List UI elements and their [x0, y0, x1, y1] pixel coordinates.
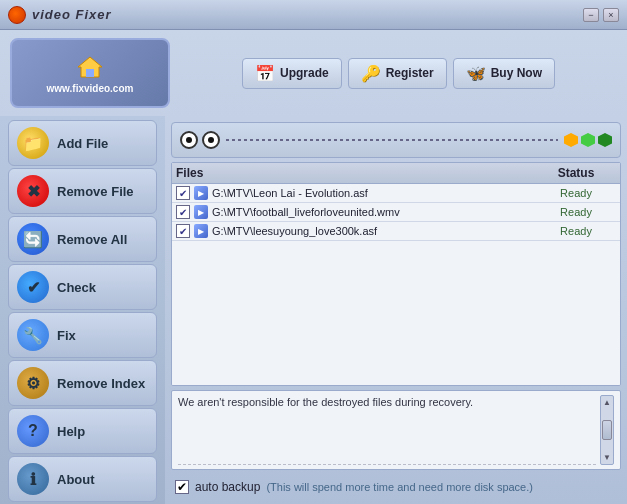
checkbox-check: ✔ [177, 480, 187, 494]
register-icon: 🔑 [361, 64, 381, 83]
upgrade-button[interactable]: 📅 Upgrade [242, 58, 342, 89]
remove-index-icon: ⚙ [17, 367, 49, 399]
main-window: www.fixvideo.com 📅 Upgrade 🔑 Register 🦋 … [0, 30, 627, 504]
table-row[interactable]: ✔ ▶ G:\MTV\football_liveforloveunited.wm… [172, 203, 620, 222]
buynow-label: Buy Now [491, 66, 542, 80]
top-area: www.fixvideo.com 📅 Upgrade 🔑 Register 🦋 … [0, 30, 627, 116]
progress-bar [226, 139, 558, 141]
minimize-button[interactable]: − [583, 8, 599, 22]
remove-file-label: Remove File [57, 184, 134, 199]
logo-url: www.fixvideo.com [47, 83, 134, 94]
hex-orange [564, 133, 578, 147]
check-button[interactable]: ✔ Check [8, 264, 157, 310]
about-label: About [57, 472, 95, 487]
title-controls: − × [583, 8, 619, 22]
check-label: Check [57, 280, 96, 295]
status-2: Ready [536, 225, 616, 237]
remove-all-button[interactable]: 🔄 Remove All [8, 216, 157, 262]
home-icon [76, 53, 104, 81]
right-eye [202, 131, 220, 149]
filename-0: G:\MTV\Leon Lai - Evolution.asf [212, 187, 536, 199]
eye-area [171, 122, 621, 158]
help-label: Help [57, 424, 85, 439]
row-checkbox-2[interactable]: ✔ [176, 224, 190, 238]
file-icon-0: ▶ [194, 186, 208, 200]
remove-file-button[interactable]: ✖ Remove File [8, 168, 157, 214]
app-title: video Fixer [32, 7, 112, 22]
sidebar: 📁 Add File ✖ Remove File 🔄 Remove All ✔ … [0, 116, 165, 504]
file-icon-2: ▶ [194, 224, 208, 238]
add-file-label: Add File [57, 136, 108, 151]
help-icon: ? [17, 415, 49, 447]
scroll-down-arrow[interactable]: ▼ [603, 453, 611, 462]
right-pupil [208, 137, 214, 143]
remove-all-label: Remove All [57, 232, 127, 247]
auto-backup-label: auto backup [195, 480, 260, 494]
hex-green [581, 133, 595, 147]
wrench-icon: 🔧 [17, 319, 49, 351]
auto-backup-note: (This will spend more time and need more… [266, 481, 533, 493]
checkmark-2: ✔ [179, 226, 187, 237]
close-button[interactable]: × [603, 8, 619, 22]
remove-index-button[interactable]: ⚙ Remove Index [8, 360, 157, 406]
upgrade-label: Upgrade [280, 66, 329, 80]
about-icon: ℹ [17, 463, 49, 495]
info-text: We aren't responsible for the destroyed … [178, 395, 596, 465]
register-button[interactable]: 🔑 Register [348, 58, 447, 89]
table-row[interactable]: ✔ ▶ G:\MTV\leesuyoung_love300k.asf Ready [172, 222, 620, 241]
checkmark-1: ✔ [179, 207, 187, 218]
file-icon-1: ▶ [194, 205, 208, 219]
app-icon [8, 6, 26, 24]
add-file-button[interactable]: 📁 Add File [8, 120, 157, 166]
about-button[interactable]: ℹ About [8, 456, 157, 502]
eyes-decoration [180, 131, 220, 149]
row-checkbox-0[interactable]: ✔ [176, 186, 190, 200]
title-bar: video Fixer − × [0, 0, 627, 30]
filename-1: G:\MTV\football_liveforloveunited.wmv [212, 206, 536, 218]
left-pupil [186, 137, 192, 143]
content-area: 📁 Add File ✖ Remove File 🔄 Remove All ✔ … [0, 116, 627, 504]
table-header: Files Status [172, 163, 620, 184]
table-row[interactable]: ✔ ▶ G:\MTV\Leon Lai - Evolution.asf Read… [172, 184, 620, 203]
folder-icon: 📁 [17, 127, 49, 159]
scroll-thumb[interactable] [602, 420, 612, 440]
scroll-up-arrow[interactable]: ▲ [603, 398, 611, 407]
auto-backup-checkbox[interactable]: ✔ [175, 480, 189, 494]
fix-button[interactable]: 🔧 Fix [8, 312, 157, 358]
check-icon: ✔ [17, 271, 49, 303]
left-eye [180, 131, 198, 149]
buynow-button[interactable]: 🦋 Buy Now [453, 58, 555, 89]
upgrade-icon: 📅 [255, 64, 275, 83]
hex-decorations [564, 133, 612, 147]
checkmark-0: ✔ [179, 188, 187, 199]
filename-2: G:\MTV\leesuyoung_love300k.asf [212, 225, 536, 237]
info-box: We aren't responsible for the destroyed … [171, 390, 621, 470]
register-label: Register [386, 66, 434, 80]
remove-file-icon: ✖ [17, 175, 49, 207]
remove-all-icon: 🔄 [17, 223, 49, 255]
status-1: Ready [536, 206, 616, 218]
hex-darkgreen [598, 133, 612, 147]
status-0: Ready [536, 187, 616, 199]
title-bar-left: video Fixer [8, 6, 112, 24]
help-button[interactable]: ? Help [8, 408, 157, 454]
row-checkbox-1[interactable]: ✔ [176, 205, 190, 219]
svg-rect-1 [86, 69, 94, 77]
col-status-header: Status [536, 166, 616, 180]
main-panel: Files Status ✔ ▶ G:\MTV\Leon Lai - Evolu… [165, 116, 627, 504]
logo-area: www.fixvideo.com [10, 38, 170, 108]
remove-index-label: Remove Index [57, 376, 145, 391]
table-body: ✔ ▶ G:\MTV\Leon Lai - Evolution.asf Read… [172, 184, 620, 385]
auto-backup-area: ✔ auto backup (This will spend more time… [171, 474, 621, 500]
top-buttons: 📅 Upgrade 🔑 Register 🦋 Buy Now [180, 58, 617, 89]
fix-label: Fix [57, 328, 76, 343]
col-files-header: Files [176, 166, 536, 180]
file-table: Files Status ✔ ▶ G:\MTV\Leon Lai - Evolu… [171, 162, 621, 386]
buynow-icon: 🦋 [466, 64, 486, 83]
info-scrollbar[interactable]: ▲ ▼ [600, 395, 614, 465]
